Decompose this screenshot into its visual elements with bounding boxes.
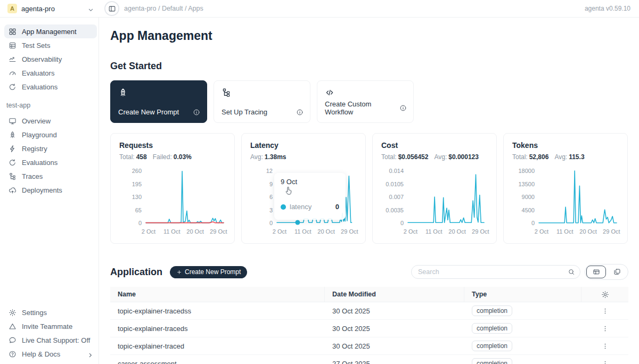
gauge-icon bbox=[9, 69, 17, 77]
info-icon[interactable] bbox=[296, 109, 304, 116]
sidebar-item-label: Help & Docs bbox=[22, 350, 60, 358]
svg-text:29 Oct: 29 Oct bbox=[210, 228, 227, 235]
sidebar-item-label: Registry bbox=[22, 145, 47, 153]
stat-card-cost: CostTotal:$0.056452Avg:$0.00012300.00350… bbox=[372, 133, 497, 244]
grid-icon bbox=[9, 28, 17, 36]
sidebar-toggle-button[interactable] bbox=[104, 1, 119, 16]
stat-metric: Failed:0.03% bbox=[153, 153, 192, 161]
sidebar-item-live-chat-support-off[interactable]: Live Chat Support: Off bbox=[4, 333, 97, 347]
chevron-down-icon bbox=[87, 6, 95, 14]
sidebar-item-playground[interactable]: Playground bbox=[4, 128, 97, 142]
create-new-prompt-button[interactable]: Create New Prompt bbox=[170, 266, 247, 278]
table-body: topic-explainer-tracedss30 Oct 2025compl… bbox=[110, 302, 628, 364]
bolt-icon bbox=[9, 145, 17, 153]
sidebar-item-label: Invite Teammate bbox=[22, 322, 72, 330]
sidebar-item-observability[interactable]: Observability bbox=[4, 52, 97, 66]
table-row[interactable]: topic-explainer-traceds30 Oct 2025comple… bbox=[110, 320, 628, 337]
table-settings-button[interactable] bbox=[601, 291, 609, 299]
sidebar-item-evaluators[interactable]: Evaluators bbox=[4, 66, 97, 80]
svg-text:11 Oct: 11 Oct bbox=[163, 228, 181, 235]
row-menu-button[interactable] bbox=[601, 342, 609, 350]
cost-chart[interactable]: 00.00350.0070.01050.0142 Oct11 Oct20 Oct… bbox=[381, 167, 489, 238]
column-type[interactable]: Type bbox=[464, 287, 581, 302]
app-date-modified: 30 Oct 2025 bbox=[325, 320, 464, 337]
column-date-modified[interactable]: Date Modified bbox=[325, 287, 464, 302]
row-menu-button[interactable] bbox=[601, 307, 609, 315]
sidebar-item-label: Evaluations bbox=[22, 83, 58, 91]
svg-text:0.0105: 0.0105 bbox=[386, 181, 404, 187]
dots-icon bbox=[601, 342, 609, 350]
sidebar-item-invite-teammate[interactable]: Invite Teammate bbox=[4, 319, 97, 333]
sidebar-item-registry[interactable]: Registry bbox=[4, 142, 97, 155]
create-new-prompt-card[interactable]: Create New Prompt bbox=[110, 80, 207, 123]
search-box bbox=[411, 265, 580, 279]
sidebar-app-menu: OverviewPlaygroundRegistryEvaluationsTra… bbox=[0, 114, 99, 197]
dots-icon bbox=[601, 307, 609, 315]
requests-chart[interactable]: 0651301952602 Oct11 Oct20 Oct29 Oct bbox=[119, 167, 227, 238]
table-row[interactable]: career-assessment27 Oct 2025completion bbox=[110, 355, 628, 364]
breadcrumb[interactable]: agenta-pro / Default / Apps bbox=[124, 5, 203, 12]
sidebar-item-app-management[interactable]: App Management bbox=[4, 24, 97, 38]
svg-text:4500: 4500 bbox=[522, 207, 535, 213]
sidebar-item-evaluations[interactable]: Evaluations bbox=[4, 80, 97, 94]
traces-icon bbox=[222, 88, 231, 97]
rocket-icon bbox=[118, 88, 128, 97]
create-button-label: Create New Prompt bbox=[185, 268, 241, 276]
row-menu-button[interactable] bbox=[601, 360, 609, 364]
card-view-icon bbox=[613, 268, 621, 276]
table-row[interactable]: topic-explainer-tracedss30 Oct 2025compl… bbox=[110, 302, 628, 320]
app-type-badge: completion bbox=[472, 323, 512, 334]
card-label: Set Up Tracing bbox=[222, 108, 267, 116]
row-menu-button[interactable] bbox=[601, 325, 609, 333]
sidebar-item-settings[interactable]: Settings bbox=[4, 305, 97, 319]
table-row[interactable]: topic-explainer-traced30 Oct 2025complet… bbox=[110, 337, 628, 355]
chevron-right-icon bbox=[86, 351, 94, 359]
svg-text:0.0035: 0.0035 bbox=[386, 207, 404, 213]
sidebar-item-traces[interactable]: Traces bbox=[4, 169, 97, 183]
sidebar-item-label: Test Sets bbox=[22, 42, 50, 49]
svg-text:65: 65 bbox=[135, 207, 142, 213]
svg-text:11 Oct: 11 Oct bbox=[425, 228, 443, 235]
stat-card-tokens: TokensTotal:52,806Avg:115.30450090001350… bbox=[503, 133, 628, 244]
sidebar-item-evaluations[interactable]: Evaluations bbox=[4, 155, 97, 169]
sidebar-item-overview[interactable]: Overview bbox=[4, 114, 97, 128]
sidebar-item-help-docs[interactable]: Help & Docs bbox=[4, 347, 97, 361]
sidebar-item-test-sets[interactable]: Test Sets bbox=[4, 38, 97, 52]
search-icon[interactable] bbox=[568, 268, 575, 276]
info-icon[interactable] bbox=[193, 109, 200, 116]
app-type-badge: completion bbox=[472, 305, 512, 316]
sidebar-item-label: Deployments bbox=[22, 186, 62, 194]
application-title: Application bbox=[110, 267, 162, 278]
svg-text:20 Oct: 20 Oct bbox=[579, 228, 596, 235]
series-dot bbox=[281, 204, 286, 210]
app-type-badge: completion bbox=[472, 358, 512, 364]
card-view-button[interactable] bbox=[607, 266, 627, 278]
hand-cursor-icon bbox=[283, 185, 294, 196]
workspace-switcher[interactable]: A agenta-pro bbox=[0, 4, 99, 13]
sidebar: App ManagementTest SetsObservabilityEval… bbox=[0, 18, 99, 364]
info-icon[interactable] bbox=[399, 104, 407, 112]
monitor-icon bbox=[9, 117, 17, 125]
application-header: Application Create New Prompt bbox=[110, 264, 639, 280]
gear-icon bbox=[9, 309, 17, 317]
app-name: topic-explainer-traced bbox=[110, 337, 325, 354]
svg-text:6: 6 bbox=[269, 194, 273, 200]
sidebar-item-deployments[interactable]: Deployments bbox=[4, 183, 97, 197]
svg-text:0: 0 bbox=[531, 220, 535, 226]
search-input[interactable] bbox=[418, 268, 568, 276]
chat-icon bbox=[9, 336, 17, 344]
dots-icon bbox=[601, 325, 609, 333]
create-custom-workflow-card[interactable]: Create Custom Workflow bbox=[317, 80, 414, 123]
app-name: career-assessment bbox=[110, 355, 325, 364]
app-name: topic-explainer-traceds bbox=[110, 320, 325, 337]
column-name[interactable]: Name bbox=[110, 287, 325, 302]
table-view-button[interactable] bbox=[586, 266, 606, 278]
set-up-tracing-card[interactable]: Set Up Tracing bbox=[214, 80, 310, 123]
tokens-chart[interactable]: 04500900013500180002 Oct11 Oct20 Oct29 O… bbox=[512, 167, 620, 238]
app-date-modified: 27 Oct 2025 bbox=[325, 355, 464, 364]
sidebar-item-label: Evaluators bbox=[22, 69, 54, 77]
refresh-icon bbox=[9, 159, 17, 167]
code-icon bbox=[325, 88, 334, 97]
table-header: Name Date Modified Type bbox=[110, 287, 628, 302]
panel-icon bbox=[108, 5, 116, 13]
